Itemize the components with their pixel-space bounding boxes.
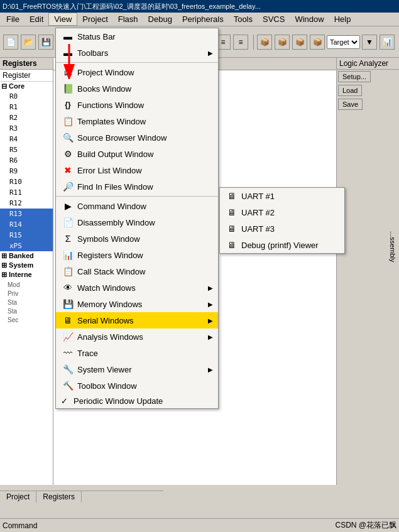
toolbar-icon-12[interactable]: 📦: [275, 35, 290, 50]
menu-item-toolbox-window[interactable]: 🔨 Toolbox Window: [56, 377, 218, 394]
menu-tools[interactable]: Tools: [229, 13, 258, 25]
reg-r13[interactable]: R13: [0, 209, 53, 219]
memory-windows-arrow: ▶: [208, 301, 213, 308]
toolbox-window-icon: 🔨: [61, 380, 75, 391]
open-file-button[interactable]: 📂: [21, 35, 36, 50]
menu-window[interactable]: Window: [290, 13, 329, 25]
tab-project[interactable]: Project: [0, 491, 36, 502]
functions-window-icon: {}: [61, 99, 75, 111]
menu-file[interactable]: File: [1, 13, 25, 25]
error-list-icon: ✖: [61, 165, 75, 176]
reg-r14[interactable]: R14: [0, 219, 53, 230]
status-command: Command: [3, 521, 37, 530]
serial-windows-arrow: ▶: [208, 317, 213, 324]
sec-label: Sec: [1, 316, 52, 325]
reg-r15[interactable]: R15: [0, 230, 53, 241]
menu-item-uart3[interactable]: 🖥 UART #3: [220, 220, 344, 237]
setup-button[interactable]: Setup...: [338, 71, 371, 82]
mod-label: Mod: [1, 281, 52, 290]
menu-item-books-window[interactable]: 📗 Books Window: [56, 80, 218, 97]
analysis-windows-label: Analysis Windows: [77, 332, 205, 342]
serial-windows-label: Serial Windows: [77, 316, 205, 325]
menu-help[interactable]: Help: [329, 13, 356, 25]
menu-item-periodic-update[interactable]: ✓ Periodic Window Update: [56, 394, 218, 408]
tab-registers[interactable]: Registers: [36, 491, 82, 502]
templates-window-label: Templates Window: [77, 117, 213, 126]
menu-item-call-stack[interactable]: 📋 Call Stack Window: [56, 263, 218, 280]
reg-r5: R5: [0, 144, 53, 155]
menu-item-uart2[interactable]: 🖥 UART #2: [220, 204, 344, 220]
menu-bar: File Edit View Project Flash Debug Perip…: [0, 13, 399, 26]
analysis-windows-icon: 📈: [61, 331, 75, 342]
menu-item-registers-window[interactable]: 📊 Registers Window: [56, 247, 218, 263]
target-select[interactable]: Target: [327, 35, 360, 49]
menu-project[interactable]: Project: [77, 13, 112, 25]
menu-item-templates-window[interactable]: 📋 Templates Window: [56, 113, 218, 129]
toolbar-icon-16[interactable]: 📊: [380, 35, 395, 50]
system-group: ⊞ System: [0, 261, 53, 270]
find-in-files-icon: 🔎: [61, 181, 75, 192]
banked-group: ⊞ Banked: [0, 251, 53, 261]
save-button[interactable]: 💾: [38, 35, 53, 50]
build-output-label: Build Output Window: [77, 149, 213, 159]
menu-view[interactable]: View: [48, 13, 77, 26]
menu-item-toolbars[interactable]: ▬ Toolbars ▶: [56, 45, 218, 61]
registers-window-icon: 📊: [61, 249, 75, 261]
menu-flash[interactable]: Flash: [113, 13, 143, 25]
toolbar-icon-14[interactable]: 📦: [310, 35, 325, 50]
uart2-label: UART #2: [241, 208, 339, 217]
toolbar-icon-13[interactable]: 📦: [292, 35, 307, 50]
toolbars-arrow: ▶: [208, 50, 213, 57]
debug-printf-label: Debug (printf) Viewer: [241, 241, 339, 250]
menu-item-system-viewer[interactable]: 🔧 System Viewer ▶: [56, 361, 218, 377]
menu-item-memory-windows[interactable]: 💾 Memory Windows ▶: [56, 296, 218, 312]
menu-svcs[interactable]: SVCS: [258, 13, 290, 25]
menu-debug[interactable]: Debug: [143, 13, 177, 25]
status-user: CSDN @花落已飘: [335, 520, 396, 531]
registers-label: Registers: [3, 59, 37, 68]
watch-windows-icon: 👁: [61, 282, 75, 293]
system-viewer-arrow: ▶: [208, 366, 213, 373]
menu-edit[interactable]: Edit: [25, 13, 48, 25]
menu-item-uart1[interactable]: 🖥 UART #1: [220, 188, 344, 204]
toolbar-icon-11[interactable]: 📦: [257, 35, 272, 50]
trace-label: Trace: [77, 349, 213, 358]
menu-item-analysis-windows[interactable]: 📈 Analysis Windows ▶: [56, 328, 218, 345]
disassembly-label: ...ssembly: [388, 229, 398, 265]
source-browser-icon: 🔍: [61, 132, 75, 143]
menu-item-find-in-files[interactable]: 🔎 Find In Files Window: [56, 178, 218, 195]
menu-item-disassembly[interactable]: 📄 Disassembly Window: [56, 214, 218, 231]
menu-item-error-list[interactable]: ✖ Error List Window: [56, 162, 218, 178]
status-bar: Command CSDN @花落已飘: [0, 518, 399, 532]
registers-header: Registers: [0, 58, 53, 70]
reg-r9: R9: [0, 166, 53, 176]
menu-item-watch-windows[interactable]: 👁 Watch Windows ▶: [56, 280, 218, 296]
system-viewer-icon: 🔧: [61, 364, 75, 375]
watch-windows-arrow: ▶: [208, 285, 213, 291]
load-button[interactable]: Load: [338, 85, 362, 96]
find-in-files-label: Find In Files Window: [77, 182, 213, 192]
save-logic-button[interactable]: Save: [338, 99, 363, 110]
menu-item-project-window[interactable]: 🗂 Project Window: [56, 64, 218, 80]
new-file-button[interactable]: 📄: [3, 35, 18, 50]
menu-peripherals[interactable]: Peripherals: [177, 13, 229, 25]
menu-item-symbols[interactable]: Σ Symbols Window: [56, 231, 218, 247]
menu-item-build-output[interactable]: ⚙ Build Output Window: [56, 146, 218, 162]
disassembly-icon: 📄: [61, 217, 75, 228]
templates-window-icon: 📋: [61, 116, 75, 127]
menu-item-status-bar[interactable]: ▬ Status Bar: [56, 28, 218, 45]
toolbar-icon-15[interactable]: ▼: [362, 35, 377, 50]
command-window-label: Command Window: [77, 202, 213, 211]
reg-xps[interactable]: xPS: [0, 241, 53, 251]
sta-label2: Sta: [1, 307, 52, 316]
menu-item-functions-window[interactable]: {} Functions Window: [56, 97, 218, 113]
menu-item-trace[interactable]: 〰 Trace: [56, 345, 218, 361]
menu-item-command-window[interactable]: ▶ Command Window: [56, 198, 218, 214]
toolbox-window-label: Toolbox Window: [77, 381, 213, 391]
reg-r11: R11: [0, 187, 53, 198]
menu-item-source-browser[interactable]: 🔍 Source Browser Window: [56, 129, 218, 146]
menu-item-serial-windows[interactable]: 🖥 Serial Windows ▶: [56, 312, 218, 328]
reg-r2: R2: [0, 112, 53, 123]
toolbar-icon-10[interactable]: ≡: [233, 35, 248, 50]
menu-item-debug-printf[interactable]: 🖥 Debug (printf) Viewer: [220, 237, 344, 253]
